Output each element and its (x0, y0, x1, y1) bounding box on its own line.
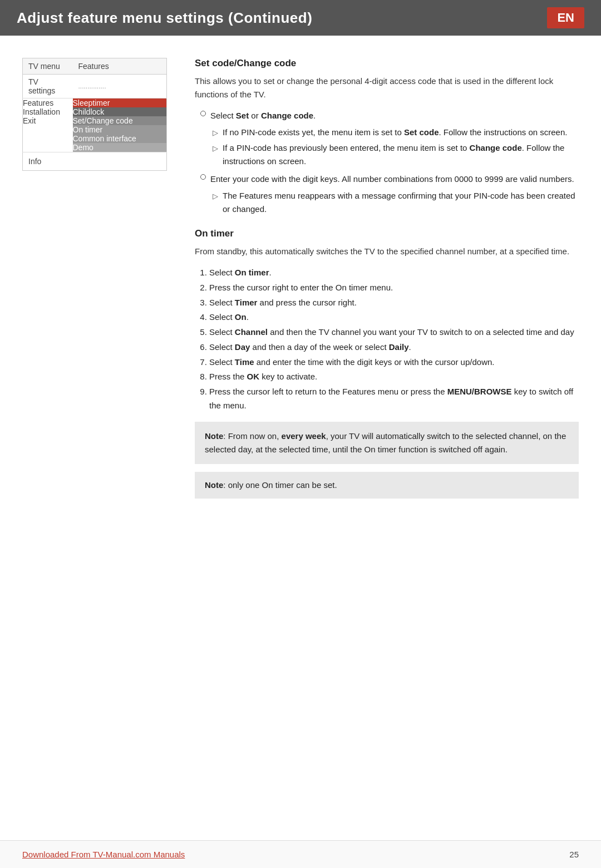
sub-bullet-nopincode-text: If no PIN-code exists yet, the menu item… (223, 126, 567, 139)
tv-settings-dots: ............... (73, 75, 167, 98)
menu-row-exit-setchangecode: Exit Set/Change code (23, 116, 167, 125)
language-badge: EN (547, 7, 584, 28)
menu-right-commoninterface: Common interface (73, 134, 167, 143)
menu-header-row: TV menu Features (23, 58, 167, 75)
step-3: Select Timer and press the cursor right. (209, 296, 579, 310)
menu-left-blank1 (23, 125, 73, 134)
section-ontimer: On timer From standby, this automaticall… (195, 228, 579, 499)
step-7: Select Time and enter the time with the … (209, 356, 579, 369)
step-4: Select On. (209, 310, 579, 324)
menu-left-features: Features (23, 98, 73, 108)
section-ontimer-title: On timer (195, 228, 579, 239)
bullet-select-set: Select Set or Change code. (200, 109, 579, 122)
step-9: Press the cursor left to return to the F… (209, 385, 579, 413)
right-panel: Set code/Change code This allows you to … (189, 58, 579, 818)
note-box-everyweek: Note: From now on, every week, your TV w… (195, 422, 579, 464)
step-5: Select Channel and then the TV channel y… (209, 326, 579, 339)
menu-right-sleeptimer: Sleeptimer (73, 98, 167, 108)
step-2: Press the cursor right to enter the On t… (209, 281, 579, 295)
menu-left-blank2 (23, 134, 73, 143)
tv-settings-label: TV settings (23, 75, 73, 98)
menu-left-installation: Installation (23, 107, 73, 116)
sub-bullet-nopincode: ▷ If no PIN-code exists yet, the menu it… (213, 126, 579, 139)
menu-row-features-sleeptimer: Features Sleeptimer (23, 98, 167, 108)
section-setcode-title: Set code/Change code (195, 58, 579, 69)
menu-right-childlock: Childlock (73, 107, 167, 116)
step-6: Select Day and then a day of the week or… (209, 341, 579, 354)
page-number: 25 (569, 850, 579, 859)
sub-bullet-arrow2: ▷ (213, 143, 218, 155)
page-header: Adjust feature menu settings (Continued)… (0, 0, 601, 36)
section-setcode: Set code/Change code This allows you to … (195, 58, 579, 216)
bullet-circle-icon2 (200, 174, 206, 180)
menu-left-exit: Exit (23, 116, 73, 125)
bullet-enter-code: Enter your code with the digit keys. All… (200, 172, 579, 186)
menu-row-commoninterface: Common interface (23, 134, 167, 143)
step-8: Press the OK key to activate. (209, 370, 579, 384)
menu-col2-header: Features (73, 58, 167, 75)
menu-row-demo: Demo (23, 143, 167, 152)
menu-info-label: Info (23, 152, 167, 171)
section-setcode-intro: This allows you to set or change the per… (195, 75, 579, 101)
page-title: Adjust feature menu settings (Continued) (17, 9, 312, 27)
tv-menu-table: TV menu Features TV settings ...........… (22, 58, 167, 171)
bullet-select-set-text: Select Set or Change code. (210, 109, 316, 122)
left-panel: TV menu Features TV settings ...........… (22, 58, 167, 818)
menu-right-ontimer: On timer (73, 125, 167, 134)
footer-link[interactable]: Downloaded From TV-Manual.com Manuals (22, 850, 185, 859)
menu-right-demo: Demo (73, 143, 167, 152)
note-box-oneonly: Note: only one On timer can be set. (195, 472, 579, 499)
menu-left-blank3 (23, 143, 73, 152)
tv-settings-row: TV settings ............... (23, 75, 167, 98)
note2-text: Note: only one On timer can be set. (205, 480, 337, 490)
sub-bullet-arrow3: ▷ (213, 191, 218, 203)
menu-info-row: Info (23, 152, 167, 171)
sub-bullet-arrow1: ▷ (213, 127, 218, 139)
sub-bullet-reappears: ▷ The Features menu reappears with a mes… (213, 189, 579, 216)
sub-bullet-haspincode: ▷ If a PIN-code has previously been ente… (213, 141, 579, 168)
bullet-circle-icon (200, 111, 206, 116)
page-body: TV menu Features TV settings ...........… (0, 36, 601, 840)
menu-col1-header: TV menu (23, 58, 73, 75)
step-1: Select On timer. (209, 266, 579, 280)
note1-text: Note: From now on, every week, your TV w… (205, 431, 566, 454)
sub-bullet-reappears-text: The Features menu reappears with a messa… (223, 189, 579, 216)
ontimer-steps-list: Select On timer. Press the cursor right … (209, 266, 579, 413)
bullet-enter-code-text: Enter your code with the digit keys. All… (210, 172, 574, 186)
page-footer: Downloaded From TV-Manual.com Manuals 25 (0, 840, 601, 868)
sub-bullet-haspincode-text: If a PIN-code has previously been entere… (223, 141, 579, 168)
section-ontimer-intro: From standby, this automatically switche… (195, 245, 579, 258)
menu-row-ontimer: On timer (23, 125, 167, 134)
menu-right-setchangecode: Set/Change code (73, 116, 167, 125)
menu-row-installation-childlock: Installation Childlock (23, 107, 167, 116)
